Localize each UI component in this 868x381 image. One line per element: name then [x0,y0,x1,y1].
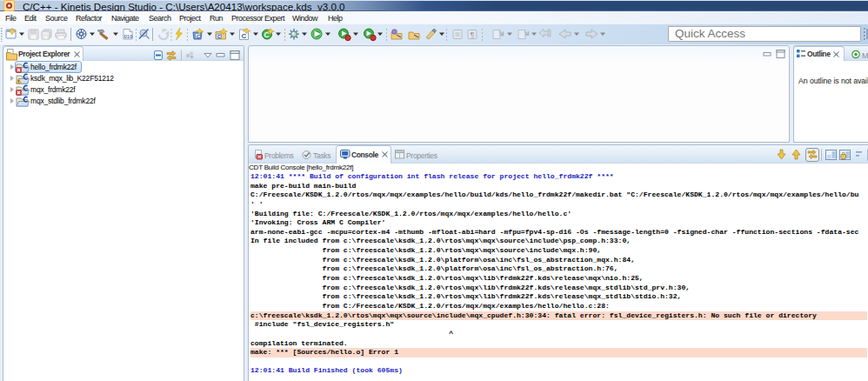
svg-text:010: 010 [124,34,134,39]
svg-text:¶: ¶ [471,30,475,39]
svg-text:M: M [862,51,868,60]
svg-text:C: C [217,34,222,39]
svg-text:C: C [197,34,201,39]
svg-text:C: C [242,32,247,40]
